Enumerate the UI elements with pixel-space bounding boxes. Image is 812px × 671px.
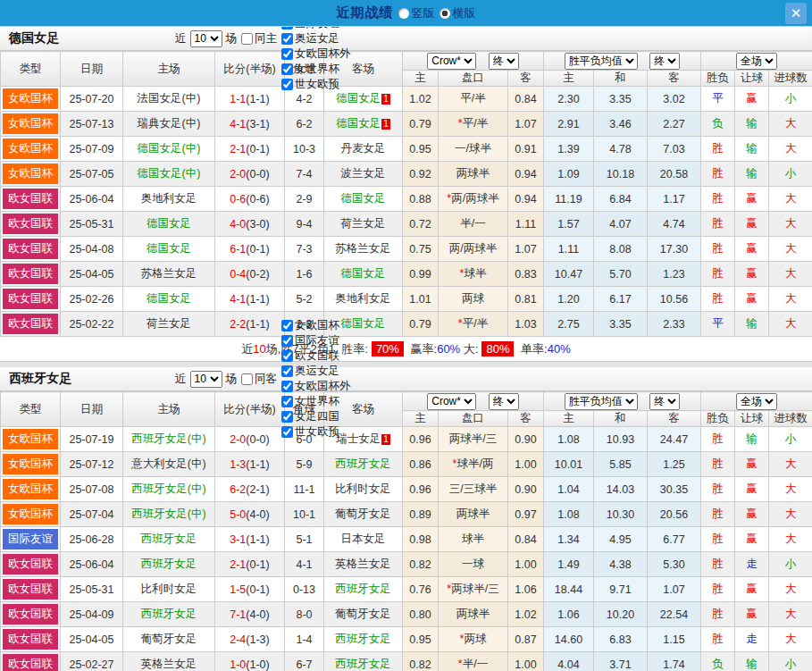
- same-venue-checkbox[interactable]: [241, 33, 253, 45]
- odds-final-select[interactable]: 终: [489, 393, 519, 410]
- same-venue-filter[interactable]: 同主: [241, 31, 278, 46]
- match-result: 胜: [701, 137, 735, 162]
- ah-line: *半/一: [439, 652, 508, 671]
- league-filter[interactable]: 奥运女足: [281, 31, 352, 46]
- league-filter[interactable]: 女欧国杯: [281, 318, 352, 333]
- match-type-cell: 女欧国杯: [1, 137, 61, 162]
- league-label: 国际友谊: [295, 333, 339, 348]
- radio-icon[interactable]: [398, 8, 409, 19]
- match-row: 欧女国联 25-02-26 德国女足 4-1(1-1) 5-2 奥地利女足 1.…: [1, 287, 812, 312]
- eu-away-odds: 1.17: [648, 187, 701, 212]
- scope-select[interactable]: 全场: [736, 53, 777, 70]
- match-score: 2-1(0-1): [215, 137, 285, 162]
- league-checkbox[interactable]: [281, 320, 293, 331]
- match-result: 胜: [701, 187, 735, 212]
- ah-home-odds: 0.82: [403, 552, 439, 577]
- home-team: 西班牙女足(中): [123, 502, 215, 527]
- ah-away-odds: 0.94: [508, 187, 544, 212]
- match-type-cell: 欧女国联: [1, 262, 61, 287]
- league-label: 女欧国杯: [295, 318, 339, 333]
- ah-result: 赢: [735, 237, 769, 262]
- league-filter[interactable]: 女欧国杯外: [281, 379, 352, 394]
- league-checkbox[interactable]: [281, 350, 293, 362]
- horizontal-layout-radio[interactable]: 横版: [439, 5, 476, 21]
- match-type-cell: 女欧国杯: [1, 477, 61, 502]
- halftime-score: (1-1): [246, 93, 269, 105]
- odds-provider-select[interactable]: Crow*: [427, 393, 476, 410]
- match-count-select[interactable]: 10: [190, 30, 222, 47]
- eu-away-odds: 10.56: [648, 287, 701, 312]
- eu-draw-odds: 6.83: [594, 627, 648, 652]
- wdl-final-select[interactable]: 终: [649, 53, 680, 70]
- eu-away-odds: 24.47: [648, 427, 701, 452]
- home-team: 瑞典女足(中): [123, 112, 215, 137]
- match-type-badge: 欧女国联: [3, 604, 58, 625]
- match-date: 25-02-26: [61, 287, 123, 312]
- titlebar: 近期战绩 竖版 横版 ✕: [0, 0, 812, 27]
- close-button[interactable]: ✕: [785, 3, 807, 24]
- league-checkbox[interactable]: [281, 335, 293, 347]
- odds-provider-select[interactable]: Crow*: [427, 53, 476, 70]
- league-filter[interactable]: 奥运女足: [281, 364, 352, 379]
- match-type-badge: 欧女国联: [3, 239, 58, 259]
- ah-result: 输: [735, 312, 769, 337]
- match-type-badge: 欧女国联: [3, 579, 58, 600]
- col-header-date: 日期: [61, 52, 123, 87]
- ah-result: 输: [735, 112, 769, 137]
- league-checkbox[interactable]: [281, 426, 293, 438]
- corner-score: 6-2: [285, 112, 324, 137]
- eu-draw-odds: 9.71: [594, 577, 648, 602]
- halftime-score: (0-0): [246, 433, 269, 446]
- league-filter[interactable]: 世女欧预: [281, 77, 352, 92]
- same-venue-checkbox[interactable]: [241, 373, 253, 385]
- league-checkbox[interactable]: [281, 396, 293, 407]
- league-filter[interactable]: 女世界杯: [281, 62, 352, 77]
- league-filter[interactable]: 国际友谊: [281, 333, 352, 348]
- match-type-cell: 女欧国杯: [1, 87, 61, 112]
- wdl-mean-select[interactable]: 胜平负均值: [565, 53, 638, 70]
- match-date: 25-07-13: [61, 112, 123, 137]
- ah-home-odds: 1.02: [403, 87, 439, 112]
- ah-away-odds: 1.00: [508, 552, 544, 577]
- match-count-select[interactable]: 10: [190, 371, 222, 388]
- scope-group-header: 全场: [701, 392, 812, 411]
- wdl-mean-select[interactable]: 胜平负均值: [565, 393, 638, 410]
- match-score: 4-0(3-0): [215, 212, 285, 237]
- league-checkbox[interactable]: [281, 411, 293, 423]
- eu-draw-odds: 8.08: [594, 237, 648, 262]
- match-score: 7-1(4-0): [215, 602, 285, 627]
- same-venue-filter[interactable]: 同客: [241, 372, 278, 387]
- match-row: 女欧国杯 25-07-12 意大利女足(中) 1-3(1-1) 5-9 西班牙女…: [1, 452, 812, 477]
- match-type-badge: 女欧国杯: [3, 113, 58, 134]
- ah-line: 半/一: [439, 212, 508, 237]
- match-row: 欧女国联 25-06-04 奥地利女足 0-6(0-6) 2-9 德国女足 0.…: [1, 187, 812, 212]
- league-checkbox[interactable]: [281, 365, 293, 377]
- halftime-score: (1-1): [246, 533, 269, 546]
- match-result: 胜: [701, 602, 735, 627]
- match-row: 欧女国联 25-02-22 荷兰女足 2-2(1-1) 2-3 德国女足 0.7…: [1, 312, 812, 337]
- match-date: 25-02-22: [61, 312, 123, 337]
- league-filter[interactable]: 女足四国: [281, 409, 352, 424]
- league-checkbox[interactable]: [281, 381, 293, 392]
- league-filter[interactable]: 女欧国杯外: [281, 46, 352, 62]
- home-team: 苏格兰女足: [123, 262, 215, 287]
- match-result: 胜: [701, 237, 735, 262]
- away-team: 英格兰女足: [324, 552, 403, 577]
- col-header-ah-away: 客: [508, 71, 544, 87]
- wdl-final-select[interactable]: 终: [649, 393, 680, 410]
- league-checkbox[interactable]: [281, 33, 293, 45]
- vertical-layout-radio[interactable]: 竖版: [398, 5, 435, 21]
- scope-select[interactable]: 全场: [736, 393, 777, 410]
- match-date: 25-07-08: [61, 477, 123, 502]
- league-checkbox[interactable]: [281, 48, 293, 60]
- summary-text: 大:: [460, 342, 478, 356]
- ah-away-odds: 1.00: [508, 452, 544, 477]
- radio-icon[interactable]: [439, 8, 450, 19]
- league-filter[interactable]: 女世界杯: [281, 394, 352, 409]
- league-checkbox[interactable]: [281, 79, 293, 90]
- league-filter[interactable]: 欧女国联: [281, 348, 352, 364]
- league-checkbox[interactable]: [281, 63, 293, 75]
- filter-bar: 近 10 场 同客 女欧国杯国际友谊欧女国联奥运女足女欧国杯外女世界杯女足四国世…: [174, 318, 352, 440]
- odds-final-select[interactable]: 终: [489, 53, 519, 70]
- match-result: 胜: [701, 627, 735, 652]
